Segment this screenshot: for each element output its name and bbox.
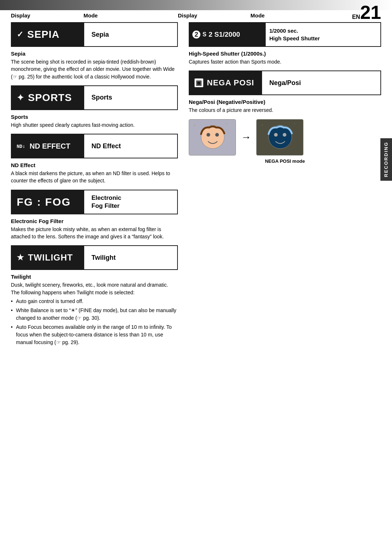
main-content: ✓ SEPIA Sepia Sepia The scene being shot… — [0, 22, 392, 350]
negaposi-before-image: ✦ ✦ — [189, 119, 236, 156]
negaposi-after-image: ✦ ✦ — [256, 119, 303, 156]
sepia-body: The scene being shot is recorded in sepi… — [11, 58, 178, 80]
sepia-display: ✓ SEPIA — [11, 22, 83, 47]
nd-title: ND Effect — [11, 162, 178, 168]
highspeed-label: 2 S1/2000 — [209, 31, 240, 39]
header-display-left: Display — [11, 12, 83, 19]
sepia-title: Sepia — [11, 51, 178, 57]
sports-title: Sports — [11, 114, 178, 120]
nd-body: A black mist darkens the picture, as whe… — [11, 170, 178, 185]
twilight-bullet-1: Auto gain control is turned off. — [11, 298, 178, 305]
svg-text:✦: ✦ — [260, 123, 264, 128]
svg-point-9 — [283, 133, 286, 137]
highspeed-speed-icon: S — [203, 31, 207, 38]
twilight-bullet-2: White Balance is set to “☀” (FINE day mo… — [11, 307, 178, 322]
left-headers: Display Mode — [11, 12, 178, 19]
arrow-icon: → — [241, 132, 251, 143]
twilight-display: ★ TWILIGHT — [11, 245, 83, 270]
en-label: EN — [352, 14, 360, 20]
right-headers: Display Mode — [178, 12, 381, 19]
twilight-mode-box: ★ TWILIGHT Twilight — [11, 245, 178, 270]
nd-mode-label: ND Effect — [83, 134, 178, 158]
side-recording-label: RECORDING — [380, 138, 392, 181]
twilight-mode-label: Twilight — [83, 245, 178, 270]
highspeed-title: High-Speed Shutter (1/2000s.) — [189, 51, 381, 57]
twilight-title: Twilight — [11, 274, 178, 280]
sports-mode-box: ✦ SPORTS Sports — [11, 85, 178, 110]
sepia-mode-box: ✓ SEPIA Sepia — [11, 22, 178, 47]
nd-display: ND: ND EFFECT — [11, 134, 83, 158]
negaposi-images: ✦ ✦ → ✦ — [189, 119, 381, 156]
twilight-bullet-3: Auto Focus becomes available only in the… — [11, 323, 178, 346]
sepia-mode-label: Sepia — [83, 22, 178, 47]
svg-point-3 — [215, 133, 219, 137]
negaposi-caption: NEGA POSI mode — [189, 158, 381, 164]
left-column: ✓ SEPIA Sepia Sepia The scene being shot… — [11, 22, 178, 350]
fog-mode-label: Electronic Fog Filter — [83, 190, 178, 214]
negaposi-mode-box: ▣ NEGA POSI Nega/Posi — [189, 70, 381, 95]
highspeed-body: Captures faster action than Sports mode. — [189, 58, 381, 65]
header-display-right: Display — [178, 12, 250, 19]
negaposi-title: Nega/Posi (Negative/Positive) — [189, 99, 381, 105]
fog-title: Electronic Fog Filter — [11, 218, 178, 224]
svg-point-2 — [207, 133, 210, 137]
fog-label: FG : FOG — [17, 196, 71, 208]
fog-mode-box: FG : FOG Electronic Fog Filter — [11, 190, 178, 214]
highspeed-mode-label: 1/2000 sec. High Speed Shutter — [265, 22, 381, 47]
sepia-label: SEPIA — [27, 29, 60, 40]
sports-icon: ✦ — [17, 93, 24, 103]
negaposi-display: ▣ NEGA POSI — [189, 70, 261, 95]
page-number: EN21 — [352, 3, 381, 22]
highspeed-mode-box: 2 S 2 S1/2000 1/2000 sec. High Speed Shu… — [189, 22, 381, 47]
page-num: 21 — [360, 2, 381, 23]
top-bar — [0, 0, 392, 10]
svg-text:✦: ✦ — [293, 122, 296, 126]
column-headers: Display Mode Display Mode — [0, 12, 392, 19]
sports-label: SPORTS — [28, 92, 72, 104]
negaposi-mode-label: Nega/Posi — [261, 70, 381, 95]
highspeed-icon: 2 — [192, 31, 200, 39]
twilight-body-intro: Dusk, twilight scenery, fireworks, etc.,… — [11, 281, 178, 296]
nd-mode-box: ND: ND EFFECT ND Effect — [11, 134, 178, 158]
fog-body: Makes the picture look misty white, as w… — [11, 226, 178, 241]
negaposi-icon: ▣ — [195, 78, 203, 87]
sports-display: ✦ SPORTS — [11, 85, 83, 110]
header-mode-left: Mode — [83, 12, 98, 19]
nd-label: ND EFFECT — [29, 142, 70, 150]
svg-point-8 — [274, 133, 278, 137]
nd-icon: ND: — [17, 144, 25, 149]
highspeed-display: 2 S 2 S1/2000 — [189, 22, 265, 47]
fog-display: FG : FOG — [11, 190, 83, 214]
header-mode-right: Mode — [250, 12, 265, 19]
negaposi-body: The colours of a picture are reversed. — [189, 106, 381, 114]
twilight-label: TWILIGHT — [28, 253, 73, 263]
twilight-icon: ★ — [17, 253, 24, 262]
right-column: 2 S 2 S1/2000 1/2000 sec. High Speed Shu… — [189, 22, 381, 350]
svg-text:✦: ✦ — [193, 123, 196, 128]
sepia-icon: ✓ — [17, 30, 24, 39]
sports-body: High shutter speed clearly captures fast… — [11, 121, 178, 129]
sports-mode-label: Sports — [83, 85, 178, 110]
svg-text:✦: ✦ — [225, 122, 228, 126]
twilight-bullets: Auto gain control is turned off. White B… — [11, 298, 178, 346]
negaposi-label: NEGA POSI — [207, 78, 254, 88]
